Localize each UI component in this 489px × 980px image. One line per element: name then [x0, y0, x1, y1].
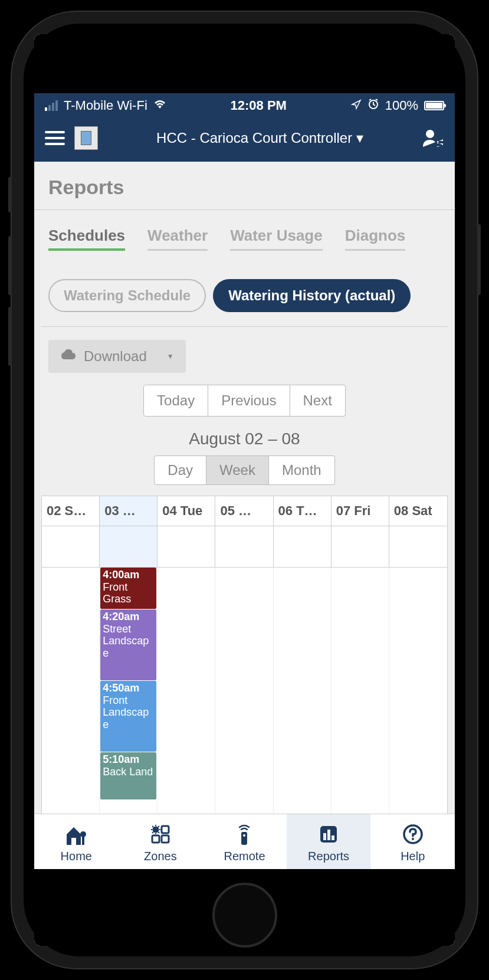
svg-point-2 — [80, 831, 86, 837]
calendar-col[interactable] — [274, 568, 332, 814]
nav-reports[interactable]: Reports — [287, 814, 371, 869]
calendar-day-header[interactable]: 02 S… — [42, 496, 100, 526]
calendar-allday-row — [41, 526, 448, 568]
download-label: Download — [84, 348, 147, 365]
svg-point-9 — [243, 834, 245, 837]
bezel-top — [34, 34, 455, 93]
event-title: Street Landscape — [103, 623, 154, 660]
clock: 12:08 PM — [231, 98, 287, 113]
calendar-event[interactable]: 4:50amFront Landscape — [100, 681, 156, 752]
date-range: August 02 – 08 — [34, 425, 455, 455]
svg-rect-11 — [323, 833, 326, 840]
svg-rect-3 — [82, 837, 84, 845]
calendar-day-header[interactable]: 03 … — [100, 496, 157, 526]
calendar-day-header[interactable]: 08 Sat — [389, 496, 447, 526]
caret-down-icon: ▼ — [167, 352, 174, 360]
calendar-body[interactable]: 4:00amFront Grass4:20amStreet Landscape4… — [41, 568, 448, 814]
svg-point-15 — [412, 838, 414, 840]
watering-history-toggle[interactable]: Watering History (actual) — [213, 279, 411, 312]
svg-point-7 — [153, 827, 158, 832]
nav-home[interactable]: Home — [34, 814, 119, 869]
volume-up — [8, 236, 12, 295]
signal-icon — [45, 100, 58, 111]
event-title: Back Land — [103, 766, 154, 778]
calendar-day-header[interactable]: 05 … — [215, 496, 273, 526]
bottom-nav: Home Zones Remote — [34, 814, 455, 869]
calendar-event[interactable]: 4:00amFront Grass — [100, 568, 156, 609]
today-button[interactable]: Today — [143, 385, 208, 417]
previous-button[interactable]: Previous — [208, 385, 290, 417]
calendar-col[interactable] — [389, 568, 447, 814]
watering-schedule-toggle[interactable]: Watering Schedule — [48, 279, 206, 312]
wifi-icon — [153, 99, 166, 113]
month-view-button[interactable]: Month — [269, 455, 335, 485]
calendar-col[interactable]: 4:00amFront Grass4:20amStreet Landscape4… — [100, 568, 157, 814]
calendar-day-header[interactable]: 06 T… — [274, 496, 332, 526]
nav-zones[interactable]: Zones — [119, 814, 203, 869]
calendar: 02 S… 03 … 04 Tue 05 … 06 T… 07 Fri 08 S… — [34, 496, 455, 814]
svg-rect-8 — [241, 832, 247, 845]
date-nav-buttons: Today Previous Next — [34, 380, 455, 425]
status-bar: T-Mobile Wi-Fi 12:08 PM 100% — [34, 93, 455, 118]
download-button[interactable]: Download ▼ — [48, 340, 186, 373]
calendar-day-header[interactable]: 07 Fri — [332, 496, 389, 526]
app-header: HCC - Carioca Court Controller ▾ — [34, 118, 455, 162]
next-button[interactable]: Next — [290, 385, 346, 417]
svg-rect-12 — [327, 830, 330, 840]
remote-icon — [231, 822, 257, 846]
device-selector[interactable]: HCC - Carioca Court Controller ▾ — [107, 130, 412, 146]
device-title: HCC - Carioca Court Controller — [156, 130, 352, 146]
page-title: Reports — [34, 162, 455, 210]
cloud-download-icon — [60, 348, 76, 365]
day-view-button[interactable]: Day — [154, 455, 206, 485]
calendar-col[interactable] — [42, 568, 100, 814]
device-icon — [74, 126, 98, 150]
calendar-day-header[interactable]: 04 Tue — [157, 496, 215, 526]
tab-schedules[interactable]: Schedules — [48, 227, 125, 251]
nav-label: Remote — [224, 850, 265, 863]
battery-icon — [424, 101, 444, 110]
carrier-label: T-Mobile Wi-Fi — [64, 98, 147, 113]
alarm-icon — [367, 98, 379, 113]
tab-weather[interactable]: Weather — [147, 227, 208, 251]
help-icon — [400, 822, 426, 846]
calendar-event[interactable]: 4:20amStreet Landscape — [100, 609, 156, 680]
volume-down — [8, 307, 12, 366]
content-area: Reports Schedules Weather Water Usage Di… — [34, 162, 455, 814]
svg-rect-6 — [152, 835, 159, 843]
chevron-down-icon: ▾ — [356, 130, 363, 146]
svg-rect-4 — [162, 826, 169, 833]
tab-diagnostics[interactable]: Diagnos — [345, 227, 406, 251]
nav-help[interactable]: Help — [370, 814, 455, 869]
tab-water-usage[interactable]: Water Usage — [230, 227, 323, 251]
event-time: 4:20am — [103, 611, 154, 623]
home-icon — [63, 822, 89, 846]
nav-label: Reports — [308, 850, 349, 863]
menu-button[interactable] — [45, 131, 65, 145]
power-button — [477, 224, 481, 295]
nav-label: Home — [61, 850, 92, 863]
reports-icon — [316, 822, 342, 846]
event-time: 4:50am — [103, 682, 154, 694]
calendar-col[interactable] — [157, 568, 215, 814]
event-time: 5:10am — [103, 753, 154, 766]
zones-icon — [147, 822, 173, 846]
calendar-col[interactable] — [215, 568, 273, 814]
event-time: 4:00am — [103, 569, 154, 581]
svg-point-1 — [426, 130, 434, 138]
event-title: Front Landscape — [103, 694, 154, 731]
user-settings-button[interactable] — [422, 128, 444, 148]
home-button[interactable] — [212, 883, 277, 948]
nav-remote[interactable]: Remote — [202, 814, 287, 869]
battery-percent: 100% — [385, 98, 418, 113]
calendar-col[interactable] — [332, 568, 389, 814]
nav-label: Zones — [144, 850, 177, 863]
location-icon — [351, 98, 362, 113]
schedule-toggle: Watering Schedule Watering History (actu… — [34, 255, 455, 326]
week-view-button[interactable]: Week — [206, 455, 269, 485]
svg-rect-5 — [162, 835, 169, 843]
phone-frame: T-Mobile Wi-Fi 12:08 PM 100% — [12, 12, 477, 968]
calendar-event[interactable]: 5:10amBack Land — [100, 752, 156, 799]
svg-rect-13 — [332, 835, 334, 840]
calendar-header: 02 S… 03 … 04 Tue 05 … 06 T… 07 Fri 08 S… — [41, 496, 448, 526]
